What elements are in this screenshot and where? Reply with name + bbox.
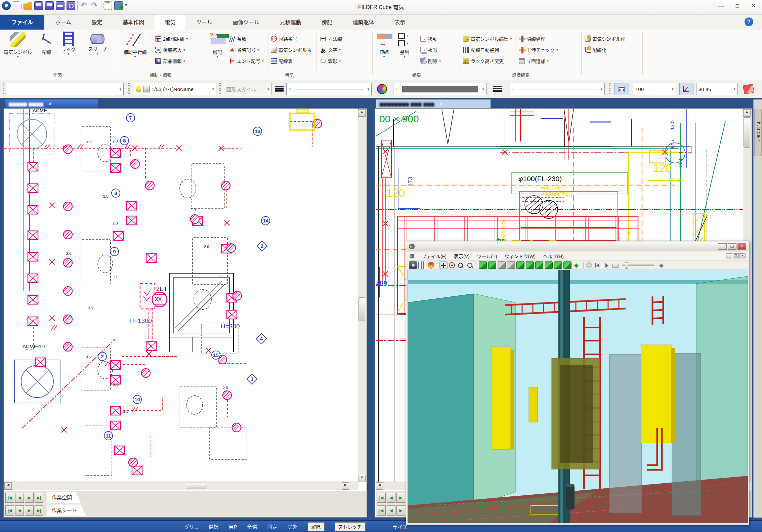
minimize-button[interactable]: — [715,1,728,11]
status-toggle[interactable]: グリ... [184,523,199,530]
viewer-titlebar[interactable]: — ❐ ✕ [407,242,748,251]
angle-snap-button[interactable] [679,83,693,95]
ribbon-small-button[interactable]: 雲形▾ [319,56,345,66]
status-toggle[interactable]: 選択 [209,523,219,530]
document-tab-close-icon[interactable]: ✕ [439,101,443,107]
tab-home[interactable]: ホーム [46,15,81,30]
view-bottom-icon[interactable] [545,261,553,269]
annotation-button[interactable]: 傍記▾ [207,31,228,58]
ribbon-small-button[interactable]: 隠線処理 [517,34,559,44]
ribbon-small-button[interactable]: 回路番号 [269,34,314,44]
tab-settings[interactable]: 設定 [82,15,112,30]
view-side-icon[interactable] [507,261,515,269]
lineweight-icon[interactable] [490,83,505,95]
tab-estimate-link[interactable]: 見積連動 [270,15,311,30]
animation-slider[interactable] [622,264,654,266]
viewer-3d-viewport[interactable] [408,270,748,523]
ribbon-small-button[interactable]: 電気シンボル化 [583,34,628,44]
child-minimize-button[interactable]: – [726,253,732,258]
tab-view[interactable]: 表示 [385,15,415,30]
view-nw-icon[interactable] [554,261,562,269]
linetype-list-icon[interactable] [273,83,285,95]
prev-sheet-icon[interactable]: ◀ [387,505,395,516]
ribbon-small-button[interactable]: 移動 [419,34,442,44]
tab-image-tools[interactable]: 画像ツール [223,15,269,30]
ribbon-small-button[interactable]: 条数 [228,34,265,44]
tab-file[interactable]: ファイル [0,15,44,30]
scale-layer-combo[interactable]: 1/50 (1-1)NoName ▾ [134,83,216,95]
status-stretch-button[interactable]: ストレッチ [335,522,366,531]
document-tab-active[interactable]: ▆▆▆▆▆ ▆▆▆▆ ✕ [5,99,98,108]
electric-symbol-button[interactable]: 電気シンボル▾ [0,31,36,58]
walkthrough-icon[interactable] [573,261,581,269]
ribbon-small-button[interactable]: 配線化 [583,45,628,55]
ribbon-small-button[interactable]: 複写 [419,45,442,55]
color-combo[interactable]: 1▾ [393,83,486,95]
tab-building-frame[interactable]: 建築躯体 [343,15,384,30]
view-back-icon[interactable] [516,261,524,269]
settings-icon[interactable] [658,261,666,269]
sheet-tab-workspace[interactable]: 作業空間 [47,492,81,503]
status-toggle[interactable]: 自P [229,523,237,530]
ribbon-small-button[interactable]: 寸法線 [319,34,345,44]
viewer-close-button[interactable]: ✕ [737,243,746,250]
snapshot-icon[interactable] [409,261,417,269]
grid-size-combo[interactable]: 100▾ [633,83,676,95]
grid-snap-button[interactable] [614,83,629,95]
stretch-button[interactable]: 伸縮▾ [374,31,394,58]
layer-edit-icon[interactable] [143,86,150,92]
pan-tool-icon[interactable] [439,261,448,269]
document-tab-inactive[interactable]: ▆▆▆▆▆▆▆▆ ▆▆▆ ▆▆▆ ✕ [376,99,491,108]
status-release-button[interactable]: 解除 [308,522,325,531]
ribbon-small-button[interactable]: 干渉チェック▾ [517,45,559,55]
prev-sheet-icon[interactable]: ◀ [15,493,24,503]
first-sheet-icon[interactable]: |◀ [5,505,14,516]
view-front-icon[interactable] [488,261,496,269]
sleeve-button[interactable]: スリーブ▾ [84,31,111,55]
ribbon-small-button[interactable]: 領域拡大▾ [154,45,189,55]
ribbon-small-button[interactable]: 電気シンボル表 [269,45,314,55]
first-sheet-icon[interactable]: |◀ [377,505,386,516]
ribbon-small-button[interactable]: 文字▾ [319,45,345,55]
tab-annotation[interactable]: 傍記 [312,15,342,30]
property-panel-tab[interactable]: プロパティ [754,109,762,156]
vertical-scrollbar[interactable]: ▲ ▼ [358,109,366,482]
first-sheet-icon[interactable]: |◀ [377,493,386,503]
tab-basic-drafting[interactable]: 基本作図 [113,15,154,30]
wiring-button[interactable]: 配線 [36,31,57,55]
last-sheet-icon[interactable]: ▶| [35,505,43,516]
viewer-menu-item[interactable]: 表示(V) [454,253,470,259]
ribbon-small-button[interactable]: 電気シンボル編集▾ [462,34,513,44]
zoom-window-icon[interactable] [466,261,474,269]
sheet-tab-worksheet[interactable]: 作業シート [47,505,86,516]
prev-sheet-icon[interactable]: ◀ [387,493,395,503]
render-icon[interactable] [428,262,434,269]
next-sheet-icon[interactable]: ▶ [396,493,405,503]
view-right-icon[interactable] [535,261,543,269]
viewer-menu-item[interactable]: ツール(T) [477,253,497,259]
next-sheet-icon[interactable]: ▶ [396,505,405,516]
viewer-menu-item[interactable]: ウィンドウ(W) [504,253,536,259]
grid-view-icon[interactable] [418,261,426,269]
viewer-menu-item[interactable]: ヘルプ(H) [543,253,563,259]
first-sheet-icon[interactable]: |◀ [5,493,14,503]
view-ne-icon[interactable] [563,261,572,269]
zoom-tool-icon[interactable] [456,261,464,269]
angle-combo[interactable]: 30 45▾ [696,83,738,95]
rack-button[interactable]: ラック▾ [57,31,80,56]
align-button[interactable]: 整列▾ [394,31,415,58]
play-icon[interactable] [603,261,611,269]
close-button[interactable]: ✕ [747,1,760,11]
status-toggle[interactable]: 固定 [267,523,278,530]
view-top-icon[interactable] [498,261,506,269]
selection-combo[interactable]: ▾ [6,83,124,95]
ribbon-small-button[interactable]: エンド記号▾ [228,56,265,66]
ribbon-small-button[interactable]: 省略記号▾ [228,45,265,55]
viewer-minimize-button[interactable]: — [718,243,727,250]
ribbon-small-button[interactable]: 削除▾ [419,56,442,66]
ribbon-small-button[interactable]: 配線自動整列 [462,45,513,55]
prev-sheet-icon[interactable]: ◀ [15,505,24,516]
color-wheel-icon[interactable] [376,83,388,95]
child-close-button[interactable]: ✕ [739,253,746,258]
document-tab-close-icon[interactable]: ✕ [48,101,52,107]
